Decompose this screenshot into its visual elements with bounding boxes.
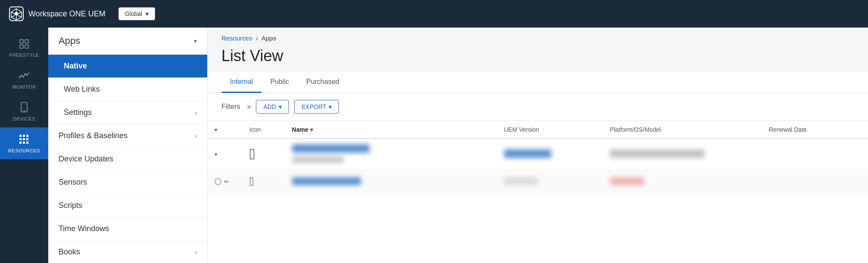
nav-item-time-windows-label: Time Windows (59, 224, 109, 233)
resources-icon (18, 133, 30, 145)
global-dropdown[interactable]: Global ▾ (118, 7, 155, 20)
svg-rect-18 (26, 135, 28, 137)
row2-actions: ✏ (215, 178, 236, 185)
add-label: ADD (263, 103, 276, 110)
tab-purchased[interactable]: Purchased (298, 72, 348, 93)
tab-public[interactable]: Public (261, 72, 298, 93)
nav-item-profiles-label: Profiles & Baselines (59, 131, 128, 140)
th-renewal-label: Renewal Date (769, 126, 807, 133)
filters-label: Filters (221, 103, 240, 111)
top-nav: Workspace ONE UEM Global ▾ (0, 0, 868, 28)
th-name-label: Name (292, 126, 308, 133)
sidebar-item-resources[interactable]: RESOURCES (0, 127, 48, 159)
nav-item-scripts-label: Scripts (59, 201, 82, 210)
nav-item-profiles[interactable]: Profiles & Baselines › (48, 124, 207, 148)
table-row: ▾  (208, 139, 868, 170)
nav-item-books[interactable]: Books › (48, 241, 207, 263)
row1-platform-cell (603, 139, 762, 170)
row2-platform-blur (610, 177, 644, 185)
tab-internal[interactable]: Internal (221, 72, 261, 93)
sort-down-icon[interactable]: ▾ (215, 127, 218, 133)
monitor-icon (18, 70, 30, 82)
nav-item-sensors-label: Sensors (59, 178, 87, 187)
apps-chevron-icon: ▾ (194, 37, 197, 44)
svg-line-4 (18, 12, 22, 14)
breadcrumb-separator: › (256, 34, 258, 42)
logo-icon (9, 6, 24, 22)
svg-rect-9 (20, 40, 23, 43)
books-chevron-icon: › (195, 249, 197, 256)
export-chevron-icon: ▾ (329, 103, 332, 110)
th-icon-label: Icon (249, 126, 261, 133)
th-expand: ▾ (208, 121, 243, 139)
row1-renewal-cell (762, 139, 868, 170)
page-title: List View (208, 45, 868, 72)
icon-sidebar: FREESTYLE MONITOR DEVICES (0, 28, 48, 263)
svg-rect-23 (23, 142, 25, 144)
nav-item-settings-label: Settings (64, 108, 92, 117)
breadcrumb-apps: Apps (261, 34, 276, 42)
row2-expand-cell: ✏ (208, 170, 243, 194)
export-button[interactable]: EXPORT ▾ (294, 100, 339, 114)
sidebar-label-monitor: MONITOR (12, 84, 36, 90)
apple-icon:  (249, 145, 255, 163)
logo-area: Workspace ONE UEM (9, 6, 106, 22)
svg-rect-10 (25, 40, 28, 43)
nav-item-settings[interactable]: Settings › (48, 101, 207, 124)
breadcrumb-resources[interactable]: Resources (221, 34, 252, 42)
sidebar-label-resources: RESOURCES (8, 148, 40, 153)
apple-icon-small:  (249, 175, 254, 188)
row1-name-cell (285, 139, 497, 170)
apps-header-label: Apps (59, 35, 80, 46)
row2-edit-icon[interactable]: ✏ (224, 178, 229, 185)
nav-item-native-label: Native (64, 62, 87, 71)
nav-sidebar: Apps ▾ Native Web Links Settings › Profi… (48, 28, 208, 263)
svg-rect-20 (23, 138, 25, 140)
svg-rect-16 (19, 135, 22, 137)
nav-item-device-updates[interactable]: Device Updates (48, 148, 207, 171)
row1-platform-blur (610, 149, 705, 158)
tabs-bar: Internal Public Purchased (208, 72, 868, 93)
nav-item-sensors[interactable]: Sensors (48, 171, 207, 194)
svg-rect-24 (26, 142, 28, 144)
th-uem: UEM Version (497, 121, 603, 139)
global-label: Global (125, 10, 142, 17)
nav-item-weblinks-label: Web Links (64, 85, 100, 94)
svg-point-2 (15, 12, 18, 15)
name-sort-icon[interactable]: ▾ (310, 127, 313, 133)
th-name[interactable]: Name ▾ (285, 121, 497, 139)
profiles-chevron-icon: › (195, 133, 197, 139)
devices-icon (18, 102, 30, 114)
th-platform-label: Platform/OS/Model (610, 126, 661, 133)
row2-icon-cell:  (243, 170, 285, 194)
row1-expand-icon[interactable]: ▾ (215, 151, 218, 158)
nav-item-weblinks[interactable]: Web Links (48, 78, 207, 101)
add-chevron-icon: ▾ (279, 103, 282, 110)
breadcrumb: Resources › Apps (208, 28, 868, 45)
svg-line-5 (18, 15, 22, 17)
nav-apps-header[interactable]: Apps ▾ (48, 28, 207, 55)
nav-item-native[interactable]: Native (48, 55, 207, 78)
nav-item-books-label: Books (59, 248, 80, 257)
row2-name-blur (292, 177, 361, 185)
svg-rect-21 (26, 138, 28, 140)
svg-line-8 (11, 12, 15, 14)
main-layout: FREESTYLE MONITOR DEVICES (0, 28, 868, 263)
filter-expand-icon[interactable]: » (247, 103, 251, 111)
row1-icon-cell:  (243, 139, 285, 170)
th-uem-label: UEM Version (504, 126, 539, 133)
row2-radio[interactable] (215, 178, 221, 185)
add-button[interactable]: ADD ▾ (256, 100, 289, 114)
freestyle-icon (18, 38, 30, 50)
row1-expand-cell: ▾ (208, 139, 243, 170)
svg-rect-11 (20, 45, 23, 48)
row2-uem-blur (504, 177, 538, 185)
row1-uem-cell (497, 139, 603, 170)
row2-uem-cell (497, 170, 603, 194)
sidebar-item-devices[interactable]: DEVICES (0, 96, 48, 127)
nav-item-scripts[interactable]: Scripts (48, 194, 207, 217)
apps-table: ▾ Icon Name ▾ UEM Version (208, 121, 868, 194)
sidebar-item-freestyle[interactable]: FREESTYLE (0, 32, 48, 64)
nav-item-time-windows[interactable]: Time Windows (48, 217, 207, 241)
sidebar-item-monitor[interactable]: MONITOR (0, 64, 48, 96)
